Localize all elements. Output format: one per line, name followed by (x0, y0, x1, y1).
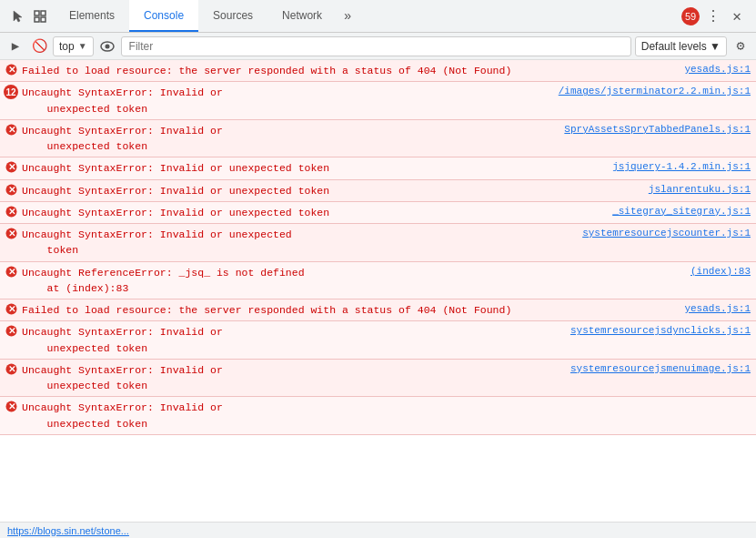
log-message: Uncaught SyntaxError: Invalid or unexpec… (22, 362, 563, 394)
log-message: Uncaught SyntaxError: Invalid or unexpec… (22, 123, 557, 155)
log-message: Uncaught SyntaxError: Invalid or unexpec… (22, 85, 551, 117)
svg-rect-0 (35, 11, 39, 15)
error-count-badge: 59 (681, 7, 700, 25)
tab-bar-right: 59 ⋮ ✕ (676, 6, 752, 26)
log-entry: ✕Uncaught SyntaxError: Invalid or unexpe… (0, 157, 756, 179)
tab-items: Elements Console Sources Network » (55, 0, 676, 32)
svg-text:✕: ✕ (8, 207, 15, 217)
log-entry: ✕Failed to load resource: the server res… (0, 299, 756, 321)
inspect-icon[interactable] (31, 7, 49, 25)
filter-input[interactable] (121, 36, 631, 56)
log-source-link[interactable]: systemresourcejsmenuimage.js:1 (563, 362, 751, 374)
status-url[interactable]: https://blogs.sin.net/stone... (7, 525, 129, 536)
context-value: top (59, 40, 75, 53)
error-icon: ✕ (5, 401, 17, 416)
log-entry: ✕Failed to load resource: the server res… (0, 60, 756, 82)
svg-text:✕: ✕ (8, 326, 15, 336)
error-icon: ✕ (5, 124, 17, 139)
log-message: Failed to load resource: the server resp… (22, 302, 677, 318)
error-count-icon: 12 (4, 85, 18, 99)
log-message: Uncaught SyntaxError: Invalid or unexpec… (22, 183, 641, 198)
svg-text:✕: ✕ (8, 65, 15, 75)
log-source-link[interactable]: /images/jsterminator2.2.min.js:1 (551, 85, 751, 96)
log-entry: ✕Uncaught SyntaxError: Invalid or unexpe… (0, 120, 756, 158)
context-arrow-icon: ▼ (78, 41, 87, 51)
log-message: Failed to load resource: the server resp… (22, 63, 677, 78)
tab-console[interactable]: Console (129, 0, 198, 32)
error-icon: ✕ (5, 184, 17, 199)
svg-rect-3 (41, 17, 45, 22)
settings-icon[interactable]: ⚙ (731, 36, 751, 56)
log-entry: ✕Uncaught SyntaxError: Invalid or unexpe… (0, 224, 756, 262)
log-message: Uncaught SyntaxError: Invalid or unexpec… (22, 160, 605, 176)
log-entry: ✕Uncaught SyntaxError: Invalid or unexpe… (0, 321, 756, 360)
tab-sources[interactable]: Sources (198, 0, 267, 32)
levels-dropdown[interactable]: Default levels ▼ (635, 36, 727, 56)
log-source-link[interactable]: systemresourcejscounter.js:1 (575, 227, 751, 239)
status-bar: https://blogs.sin.net/stone... (0, 522, 756, 538)
error-icon: ✕ (5, 161, 17, 177)
cursor-icon[interactable] (9, 7, 27, 25)
eye-icon[interactable] (97, 36, 117, 56)
svg-text:✕: ✕ (8, 401, 15, 411)
svg-text:✕: ✕ (8, 364, 15, 374)
close-icon[interactable]: ✕ (727, 6, 747, 26)
svg-text:✕: ✕ (8, 125, 15, 135)
svg-rect-1 (41, 11, 45, 15)
error-icon: ✕ (5, 303, 17, 319)
svg-text:✕: ✕ (8, 304, 15, 314)
log-entry: 12Uncaught SyntaxError: Invalid or unexp… (0, 82, 756, 120)
devtools-icons (4, 7, 55, 25)
log-source-link[interactable]: jslanrentuku.js:1 (641, 183, 751, 195)
error-icon: ✕ (5, 228, 17, 243)
error-icon: ✕ (5, 266, 17, 281)
log-message: Uncaught SyntaxError: Invalid or unexpec… (22, 324, 563, 356)
svg-text:✕: ✕ (8, 228, 15, 239)
svg-text:✕: ✕ (8, 267, 15, 277)
log-message: Uncaught SyntaxError: Invalid or unexpec… (22, 205, 605, 220)
more-options-icon[interactable]: ⋮ (703, 6, 723, 26)
tab-bar: Elements Console Sources Network » 59 ⋮ … (0, 0, 756, 33)
error-icon: ✕ (5, 363, 17, 379)
log-source-link[interactable]: SpryAssetsSpryTabbedPanels.js:1 (557, 123, 751, 135)
log-source-link[interactable]: _sitegray_sitegray.js:1 (605, 205, 751, 217)
tab-more[interactable]: » (337, 0, 358, 32)
log-message: Uncaught ReferenceError: _jsq_ is not de… (22, 265, 683, 297)
error-icon: ✕ (5, 206, 17, 221)
log-source-link[interactable]: (index):83 (683, 265, 751, 277)
error-icon: ✕ (5, 64, 17, 79)
log-source-link[interactable]: jsjquery-1.4.2.min.js:1 (605, 160, 751, 172)
block-icon[interactable]: 🚫 (29, 36, 49, 56)
svg-text:✕: ✕ (8, 185, 15, 195)
console-toolbar: ▶ 🚫 top ▼ Default levels ▼ ⚙ (0, 33, 756, 60)
log-message: Uncaught SyntaxError: Invalid or unexpec… (22, 400, 751, 431)
svg-rect-2 (35, 17, 39, 22)
tab-network[interactable]: Network (267, 0, 337, 32)
play-icon[interactable]: ▶ (5, 36, 25, 56)
svg-point-5 (105, 44, 109, 48)
levels-label: Default levels ▼ (641, 40, 721, 53)
log-entry: ✕Uncaught SyntaxError: Invalid or unexpe… (0, 397, 756, 435)
svg-text:✕: ✕ (8, 162, 15, 172)
log-source-link[interactable]: systemresourcejsdynclicks.js:1 (563, 324, 751, 336)
log-entry: ✕Uncaught SyntaxError: Invalid or unexpe… (0, 202, 756, 224)
error-icon: ✕ (5, 325, 17, 340)
log-message: Uncaught SyntaxError: Invalid or unexpec… (22, 227, 575, 259)
log-entry: ✕Uncaught ReferenceError: _jsq_ is not d… (0, 262, 756, 300)
log-entry: ✕Uncaught SyntaxError: Invalid or unexpe… (0, 180, 756, 202)
tab-elements[interactable]: Elements (55, 0, 129, 32)
log-source-link[interactable]: yesads.js:1 (677, 63, 751, 75)
log-entry: ✕Uncaught SyntaxError: Invalid or unexpe… (0, 360, 756, 398)
console-log-area[interactable]: ✕Failed to load resource: the server res… (0, 60, 756, 522)
context-selector[interactable]: top ▼ (53, 36, 94, 56)
log-source-link[interactable]: yesads.js:1 (677, 302, 751, 314)
